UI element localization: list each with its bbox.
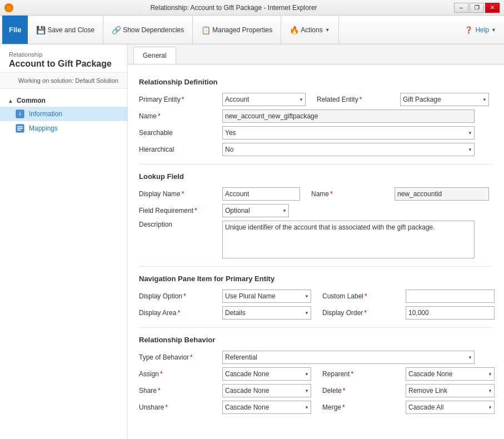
type-behavior-select-wrapper[interactable]: Referential Parental Configurable Cascad…: [222, 351, 475, 364]
help-button[interactable]: ❓ Help ▼: [459, 24, 502, 36]
nav-section-label: Common: [17, 97, 46, 104]
name-row: Name*: [139, 109, 493, 123]
unshare-select[interactable]: Cascade None Cascade All: [222, 401, 311, 414]
file-button[interactable]: File: [2, 16, 28, 44]
hierarchical-row: Hierarchical No Yes: [139, 143, 493, 156]
type-behavior-select[interactable]: Referential Parental Configurable Cascad…: [222, 351, 475, 364]
tab-bar: General: [128, 44, 504, 64]
display-area-label: Display Area*: [139, 309, 217, 317]
assign-select[interactable]: Cascade None Cascade All: [222, 367, 311, 381]
unshare-col: Unshare* Cascade None Cascade All: [139, 401, 311, 414]
name-input[interactable]: [222, 109, 475, 123]
display-order-col: Display Order*: [322, 306, 495, 320]
custom-label-col: Custom Label*: [322, 290, 495, 303]
type-behavior-row: Type of Behavior* Referential Parental C…: [139, 351, 493, 364]
page-title: Account to Gift Package: [9, 59, 118, 69]
primary-entity-select-wrapper[interactable]: Account: [222, 93, 306, 106]
save-icon: 💾: [36, 26, 45, 34]
relationship-definition-title: Relationship Definition: [139, 78, 493, 86]
tab-general[interactable]: General: [133, 47, 176, 64]
display-area-select-wrapper[interactable]: Details Marketing Sales Service: [222, 306, 311, 320]
divider-1: [139, 164, 493, 164]
merge-select-wrapper[interactable]: Cascade All Cascade None: [406, 401, 495, 414]
reparent-select-wrapper[interactable]: Cascade None Cascade All: [406, 367, 495, 381]
merge-col: Merge* Cascade All Cascade None: [322, 401, 495, 414]
lookup-name-input[interactable]: [395, 187, 489, 201]
delete-select-wrapper[interactable]: Remove Link Cascade None Cascade All: [406, 384, 495, 397]
primary-entity-select[interactable]: Account: [222, 93, 306, 106]
ribbon-dependencies-group: 🔗 Show Dependencies: [103, 16, 193, 44]
delete-col: Delete* Remove Link Cascade None Cascade…: [322, 384, 495, 397]
reparent-col: Reparent* Cascade None Cascade All: [322, 367, 495, 381]
dependencies-icon: 🔗: [112, 26, 121, 34]
actions-button[interactable]: 🔥 Actions ▼: [285, 18, 335, 42]
searchable-label: Searchable: [139, 129, 217, 137]
searchable-select-wrapper[interactable]: Yes No: [222, 126, 475, 139]
display-order-input[interactable]: [406, 306, 495, 320]
description-label: Description: [139, 221, 217, 228]
sidebar-item-mappings[interactable]: Mappings: [0, 121, 127, 136]
description-row: Description Unique identifier of the acc…: [139, 221, 493, 258]
display-option-label: Display Option*: [139, 292, 217, 300]
close-button[interactable]: ✕: [485, 3, 500, 13]
collapse-arrow-icon: ▲: [8, 98, 13, 104]
sidebar-item-information[interactable]: i Information: [0, 107, 127, 121]
unshare-label: Unshare*: [139, 403, 217, 411]
breadcrumb: Relationship: [9, 51, 118, 58]
field-requirement-select[interactable]: Optional Required Recommended: [222, 204, 289, 217]
related-entity-select[interactable]: Gift Package: [400, 93, 489, 106]
title-bar-controls: – ❐ ✕: [454, 3, 500, 13]
content-area: General Relationship Definition Primary …: [128, 44, 504, 439]
lookup-name-row: Display Name* Name*: [139, 187, 493, 201]
related-entity-select-wrapper[interactable]: Gift Package: [400, 93, 489, 106]
hierarchical-select[interactable]: No Yes: [222, 143, 475, 156]
share-select[interactable]: Cascade None Cascade All: [222, 384, 311, 397]
delete-select[interactable]: Remove Link Cascade None Cascade All: [406, 384, 495, 397]
unshare-merge-row: Unshare* Cascade None Cascade All Merge*: [139, 401, 493, 414]
lookup-name-label: Name*: [311, 190, 389, 198]
assign-select-wrapper[interactable]: Cascade None Cascade All: [222, 367, 311, 381]
nav-section-header: ▲ Common: [0, 94, 127, 107]
hierarchical-label: Hierarchical: [139, 146, 217, 153]
primary-entity-label: Primary Entity*: [139, 96, 217, 103]
minimize-button[interactable]: –: [454, 3, 468, 13]
title-bar-left: [4, 3, 13, 12]
help-icon: ❓: [465, 26, 473, 34]
entity-row: Primary Entity* Account Related Entity*: [139, 93, 493, 106]
delete-label: Delete*: [322, 387, 400, 395]
mappings-label: Mappings: [29, 124, 58, 132]
searchable-select[interactable]: Yes No: [222, 126, 475, 139]
managed-properties-button[interactable]: 📋 Managed Properties: [196, 18, 277, 42]
restore-button[interactable]: ❐: [470, 3, 484, 13]
show-dependencies-button[interactable]: 🔗 Show Dependencies: [107, 18, 189, 42]
nav-display-row: Display Option* Use Plural Name Use Cust…: [139, 290, 493, 303]
lookup-display-name-input[interactable]: [222, 187, 300, 201]
custom-label-input[interactable]: [406, 290, 495, 303]
display-option-select-wrapper[interactable]: Use Plural Name Use Custom Label Do Not …: [222, 290, 311, 303]
breadcrumb-area: Relationship Account to Gift Package: [0, 44, 127, 73]
actions-arrow: ▼: [325, 27, 330, 33]
nav-section-common: ▲ Common i Information Mappings: [0, 89, 127, 141]
merge-select[interactable]: Cascade All Cascade None: [406, 401, 495, 414]
display-option-select[interactable]: Use Plural Name Use Custom Label Do Not …: [222, 290, 311, 303]
description-textarea[interactable]: Unique identifier of the account that is…: [222, 221, 475, 258]
hierarchical-select-wrapper[interactable]: No Yes: [222, 143, 475, 156]
type-behavior-label: Type of Behavior*: [139, 353, 217, 361]
name-label: Name*: [139, 112, 217, 120]
managed-properties-label: Managed Properties: [212, 26, 272, 34]
display-area-select[interactable]: Details Marketing Sales Service: [222, 306, 311, 320]
solution-info: Working on solution: Default Solution: [0, 73, 127, 89]
field-requirement-select-wrapper[interactable]: Optional Required Recommended: [222, 204, 289, 217]
save-and-close-button[interactable]: 💾 Save and Close: [31, 18, 99, 42]
reparent-select[interactable]: Cascade None Cascade All: [406, 367, 495, 381]
unshare-select-wrapper[interactable]: Cascade None Cascade All: [222, 401, 311, 414]
share-select-wrapper[interactable]: Cascade None Cascade All: [222, 384, 311, 397]
ribbon-actions-group: 🔥 Actions ▼: [281, 16, 338, 44]
assign-col: Assign* Cascade None Cascade All: [139, 367, 311, 381]
save-and-close-label: Save and Close: [47, 26, 94, 34]
custom-label-label: Custom Label*: [322, 292, 400, 300]
information-nav-icon: i: [16, 109, 24, 118]
related-entity-col: Related Entity* Gift Package: [317, 93, 489, 106]
ribbon: File 💾 Save and Close 🔗 Show Dependencie…: [0, 16, 504, 44]
title-bar-title: Relationship: Account to Gift Package - …: [13, 4, 454, 12]
